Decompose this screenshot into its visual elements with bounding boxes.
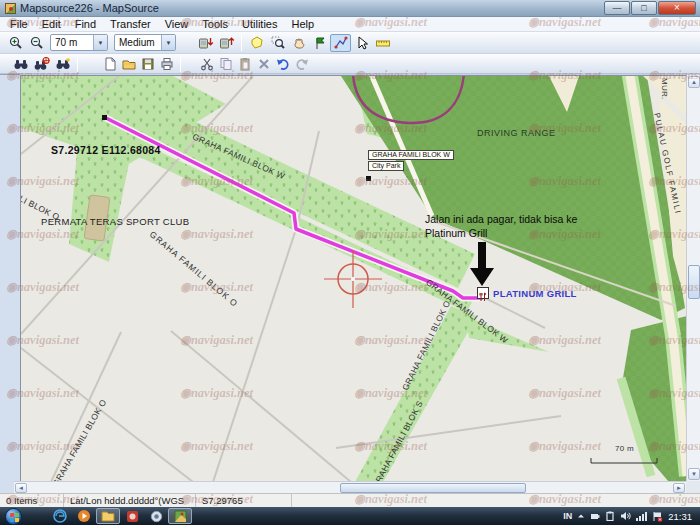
menu-tools[interactable]: Tools [195,17,235,31]
tooltip-road-name: GRAHA FAMILI BLOK W [368,150,454,160]
desktop: Mapsource226 - MapSource — □ × File Edit… [0,0,700,525]
toolbar-secondary [0,54,700,74]
window-left-gutter [0,74,20,493]
horizontal-scrollbar[interactable]: ◄ ► [14,481,686,493]
taskbar-media-icon[interactable] [72,508,96,524]
zoom-in-button[interactable] [5,34,26,52]
save-button[interactable] [138,55,157,73]
find-button[interactable] [10,55,31,73]
taskbar-clock[interactable]: 21:31 [668,511,692,522]
restaurant-poi-icon[interactable] [477,287,489,299]
minimize-button[interactable]: — [604,1,630,15]
zoom-out-button[interactable] [26,34,47,52]
zoom-tool-button[interactable] [267,34,288,52]
menu-utilities[interactable]: Utilities [235,17,284,31]
status-items-selected: 0 Items Selected [0,494,64,507]
copy-button[interactable] [216,55,235,73]
tray-expand-icon[interactable] [577,512,585,520]
detail-level-select[interactable]: Medium ▼ [114,34,176,51]
zoom-scale-value: 70 m [51,37,93,48]
start-button[interactable] [5,508,22,525]
restore-button[interactable]: □ [631,1,657,15]
detail-level-value: Medium [115,37,161,48]
waypoint-dot [366,176,371,181]
print-button[interactable] [157,55,176,73]
paste-button[interactable] [235,55,254,73]
system-tray: IN 21:31 [563,511,700,522]
cut-button[interactable] [197,55,216,73]
taskbar: IN 21:31 [0,507,700,525]
clipboard-icon[interactable] [605,511,615,521]
selection-arrow-tool-button[interactable] [351,34,372,52]
toolbar-main: 70 m ▼ Medium ▼ [0,32,700,54]
map-tooltip: GRAHA FAMILI BLOK W City Park [368,150,454,172]
network-signal-icon[interactable] [636,511,647,521]
vertical-scrollbar[interactable]: ▲ ▼ [686,75,700,481]
scrollbar-corner [686,481,700,493]
status-datum: Lat/Lon hddd.ddddd°(WGS 84) [64,494,196,507]
tooltip-area-name: City Park [368,161,404,171]
map-annotation: Jalan ini ada pagar, tidak bisa ke Plati… [425,212,577,240]
menubar: File Edit Find Transfer View Tools Utili… [0,17,700,32]
undo-button[interactable] [273,55,292,73]
scroll-right-button[interactable]: ► [673,483,685,493]
scroll-down-button[interactable]: ▼ [688,468,700,480]
map-select-tool-button[interactable] [246,34,267,52]
statusbar: 0 Items Selected Lat/Lon hddd.ddddd°(WGS… [0,493,700,507]
open-file-button[interactable] [119,55,138,73]
menu-file[interactable]: File [3,17,35,31]
find-recent-button[interactable] [52,55,73,73]
redo-button[interactable] [292,55,311,73]
taskbar-explorer-icon[interactable] [96,508,120,524]
taskbar-snipping-icon[interactable] [144,508,168,524]
new-document-button[interactable] [100,55,119,73]
titlebar: Mapsource226 - MapSource — □ × [0,0,700,17]
waypoint-flag-tool-button[interactable] [309,34,330,52]
scroll-left-button[interactable]: ◄ [15,483,27,493]
mapsource-app-icon [5,3,16,14]
menu-find[interactable]: Find [68,17,103,31]
route-start-dot [102,115,107,120]
battery-icon[interactable] [590,511,600,521]
measure-ruler-tool-button[interactable] [372,34,393,52]
send-to-device-button[interactable] [195,34,216,52]
map-canvas[interactable] [21,76,686,481]
taskbar-mapsource-icon[interactable] [168,508,192,524]
menu-edit[interactable]: Edit [35,17,68,31]
zoom-scale-select[interactable]: 70 m ▼ [50,34,108,51]
hand-pan-tool-button[interactable] [288,34,309,52]
taskbar-app-red-icon[interactable] [120,508,144,524]
vertical-scroll-thumb[interactable] [688,265,700,299]
taskbar-browser-icon[interactable] [48,508,72,524]
status-cursor-position: S7.29765 E112.68330 [196,494,292,507]
language-indicator[interactable]: IN [563,511,572,521]
menu-transfer[interactable]: Transfer [103,17,158,31]
speaker-icon[interactable] [620,511,631,521]
find-nearest-button[interactable] [31,55,52,73]
chevron-down-icon[interactable]: ▼ [93,35,107,50]
action-center-flag-icon[interactable] [652,511,663,522]
scroll-up-button[interactable]: ▲ [688,76,700,88]
map-viewport[interactable]: S7.29712 E112.68084GRAHA FAMILI BLOK WGR… [20,75,686,481]
menu-view[interactable]: View [158,17,196,31]
chevron-down-icon[interactable]: ▼ [161,35,175,50]
route-tool-button[interactable] [330,34,351,52]
receive-from-device-button[interactable] [216,34,237,52]
window-title: Mapsource226 - MapSource [20,2,159,14]
close-button[interactable]: × [658,1,696,15]
horizontal-scroll-thumb[interactable] [340,483,526,493]
delete-button[interactable] [254,55,273,73]
menu-help[interactable]: Help [284,17,321,31]
